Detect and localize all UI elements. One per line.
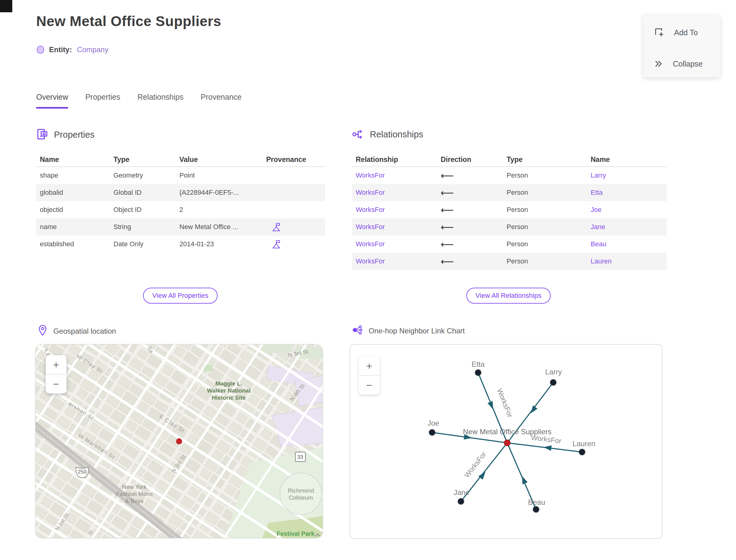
relationship-link[interactable]: WorksFor bbox=[356, 257, 385, 265]
node-larry[interactable] bbox=[550, 379, 556, 385]
col-type: Type bbox=[503, 155, 587, 164]
relationship-link[interactable]: WorksFor bbox=[356, 189, 385, 196]
table-row: globalid Global ID {A228944F-0EF5-... bbox=[36, 184, 325, 201]
rel-type: Person bbox=[503, 171, 587, 179]
properties-section-title: Properties bbox=[54, 130, 94, 140]
route-shield-33: 33 bbox=[295, 452, 305, 462]
geospatial-map[interactable]: k Rd W Clay St Sa arshall St W Marshall … bbox=[35, 344, 323, 538]
direction-arrow: ⟵ bbox=[437, 187, 503, 198]
col-relationship: Relationship bbox=[352, 155, 437, 164]
table-row: WorksFor ⟵ Person Larry bbox=[352, 167, 667, 184]
add-to-icon bbox=[654, 27, 665, 38]
node-labels: Etta Larry Joe Lauren Jane Beau New Meta… bbox=[427, 360, 596, 506]
col-value: Value bbox=[176, 155, 263, 164]
table-row: WorksFor ⟵ Person Joe bbox=[352, 201, 667, 218]
add-to-label: Add To bbox=[674, 28, 698, 37]
entity-link[interactable]: Joe bbox=[591, 206, 601, 213]
col-name: Name bbox=[587, 155, 667, 164]
table-row: WorksFor ⟵ Person Etta bbox=[352, 184, 667, 201]
rel-type: Person bbox=[503, 206, 587, 214]
relationship-link[interactable]: WorksFor bbox=[356, 240, 385, 248]
prop-value: Point bbox=[176, 171, 263, 179]
col-direction: Direction bbox=[437, 155, 503, 164]
chart-zoom-out-button[interactable]: − bbox=[359, 376, 380, 395]
relationship-link[interactable]: WorksFor bbox=[356, 206, 385, 213]
prop-value: 2 bbox=[176, 206, 263, 214]
geospatial-title: Geospatial location bbox=[53, 327, 116, 336]
col-provenance: Provenance bbox=[263, 155, 325, 164]
direction-arrow: ⟵ bbox=[437, 170, 503, 181]
rel-type: Person bbox=[503, 240, 587, 248]
tab-properties[interactable]: Properties bbox=[85, 93, 120, 109]
geospatial-header: Geospatial location bbox=[37, 324, 116, 338]
tab-provenance[interactable]: Provenance bbox=[201, 93, 241, 109]
link-chart-icon bbox=[352, 324, 363, 337]
entity-link[interactable]: Etta bbox=[591, 189, 603, 196]
prop-type: Global ID bbox=[110, 189, 176, 197]
entity-overview-page: New Metal Office Suppliers Entity: Compa… bbox=[0, 0, 736, 560]
map-zoom-control: + − bbox=[46, 355, 67, 393]
relationships-table: Relationship Direction Type Name WorksFo… bbox=[352, 153, 667, 270]
basemap: k Rd W Clay St Sa arshall St W Marshall … bbox=[36, 344, 323, 538]
table-row: objectid Object ID 2 bbox=[36, 201, 325, 218]
table-row: shape Geometry Point bbox=[36, 167, 325, 184]
node-label: Lauren bbox=[573, 439, 596, 448]
node-joe[interactable] bbox=[429, 429, 435, 435]
collapse-button[interactable]: Collapse bbox=[654, 57, 720, 71]
properties-table: Name Type Value Provenance shape Geometr… bbox=[36, 153, 325, 253]
provenance-flag-icon[interactable] bbox=[263, 239, 325, 249]
entity-link[interactable]: Beau bbox=[591, 240, 606, 248]
link-chart-canvas: WorksFor WorksFor WorksFor Etta Larry Jo… bbox=[350, 345, 662, 538]
prop-name: name bbox=[36, 223, 110, 231]
direction-arrow: ⟵ bbox=[437, 239, 503, 250]
col-name: Name bbox=[36, 155, 110, 164]
node-etta[interactable] bbox=[475, 370, 481, 376]
table-row: WorksFor ⟵ Person Lauren bbox=[352, 253, 667, 270]
map-pin-icon bbox=[37, 324, 48, 338]
relationship-link[interactable]: WorksFor bbox=[356, 171, 385, 179]
view-all-relationships-button[interactable]: View All Relationships bbox=[466, 288, 551, 304]
prop-type: Object ID bbox=[110, 206, 176, 214]
entity-link[interactable]: Lauren bbox=[591, 257, 612, 265]
node-beau[interactable] bbox=[533, 506, 539, 512]
prop-name: globalid bbox=[36, 189, 110, 197]
add-to-button[interactable]: Add To bbox=[654, 26, 720, 39]
map-zoom-out-button[interactable]: − bbox=[46, 374, 67, 393]
node-lauren[interactable] bbox=[579, 449, 585, 455]
map-zoom-in-button[interactable]: + bbox=[46, 355, 67, 374]
direction-arrow: ⟵ bbox=[437, 205, 503, 215]
entity-link[interactable]: Jane bbox=[591, 223, 605, 231]
node-jane[interactable] bbox=[458, 498, 464, 504]
provenance-flag-icon[interactable] bbox=[263, 222, 325, 232]
entity-type-row: Entity: Company bbox=[37, 45, 108, 54]
one-hop-link-chart[interactable]: WorksFor WorksFor WorksFor Etta Larry Jo… bbox=[350, 344, 662, 539]
node-center-entity[interactable] bbox=[504, 440, 510, 446]
svg-text:Fashion Mens: Fashion Mens bbox=[116, 491, 152, 497]
node-label: Jane bbox=[454, 488, 470, 497]
chart-zoom-in-button[interactable]: + bbox=[359, 356, 380, 375]
entity-location-marker[interactable] bbox=[176, 439, 182, 444]
relationship-link[interactable]: WorksFor bbox=[356, 223, 385, 231]
one-hop-title: One-hop Neighbor Link Chart bbox=[369, 327, 465, 335]
table-row: name String New Metal Office ... bbox=[36, 218, 325, 236]
svg-text:250: 250 bbox=[78, 469, 86, 475]
prop-value: New Metal Office ... bbox=[176, 223, 263, 231]
tab-relationships[interactable]: Relationships bbox=[137, 93, 183, 109]
relationships-icon bbox=[352, 128, 364, 140]
entity-label: Entity: bbox=[49, 45, 72, 54]
relationships-section-title: Relationships bbox=[370, 129, 423, 140]
page-title: New Metal Office Suppliers bbox=[36, 13, 221, 29]
tab-overview[interactable]: Overview bbox=[36, 93, 68, 109]
one-hop-header: One-hop Neighbor Link Chart bbox=[352, 324, 465, 337]
direction-arrow: ⟵ bbox=[437, 222, 503, 232]
nodes bbox=[429, 370, 585, 512]
entity-actions-card: Add To Collapse bbox=[643, 15, 720, 77]
svg-text:Richmond: Richmond bbox=[288, 487, 314, 494]
view-all-properties-button[interactable]: View All Properties bbox=[143, 288, 217, 304]
entity-type-value: Company bbox=[77, 45, 109, 54]
entity-link[interactable]: Larry bbox=[591, 171, 606, 179]
edge-label: WorksFor bbox=[496, 387, 514, 419]
properties-table-header: Name Type Value Provenance bbox=[36, 153, 325, 167]
svg-text:Historic Site: Historic Site bbox=[212, 394, 246, 401]
relationships-table-header: Relationship Direction Type Name bbox=[352, 153, 667, 167]
